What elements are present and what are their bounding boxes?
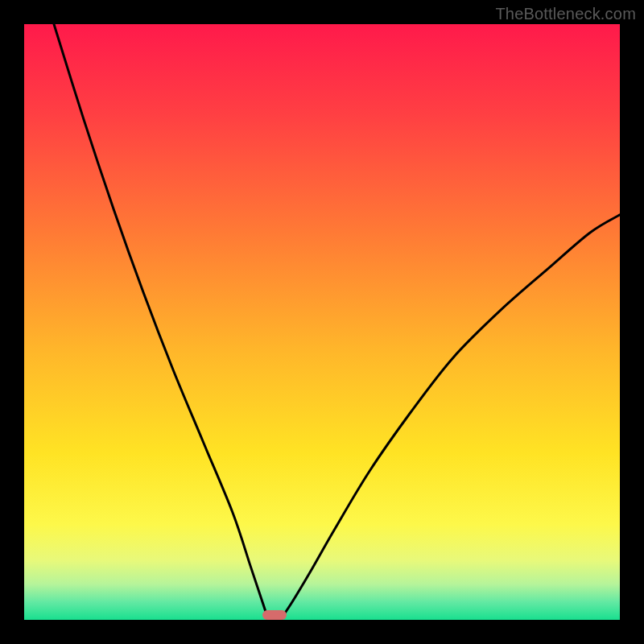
bottleneck-curves — [24, 24, 620, 620]
bottleneck-marker — [262, 610, 287, 620]
right-curve-path — [280, 215, 620, 620]
chart-stage: TheBottleneck.com — [0, 0, 644, 644]
plot-area — [24, 24, 620, 620]
left-curve-path — [54, 24, 268, 620]
watermark-text: TheBottleneck.com — [495, 5, 636, 23]
